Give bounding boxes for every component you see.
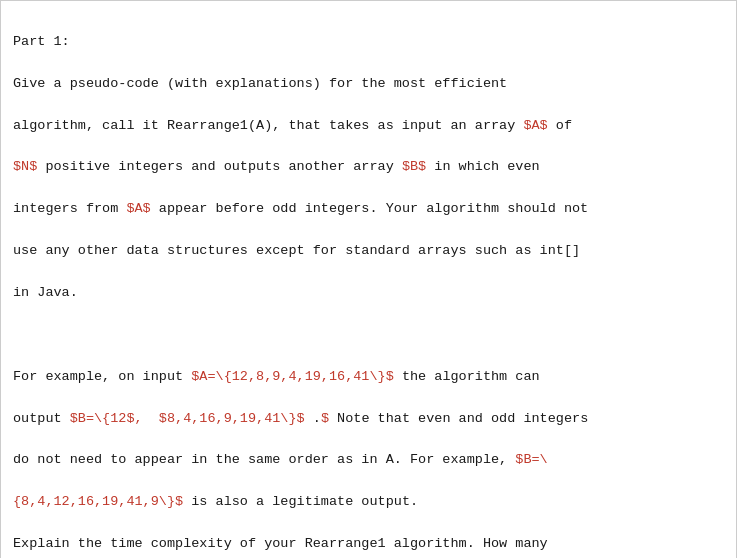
example-note2: {8,4,12,16,19,41,9\}$ is also a legitima… — [13, 494, 418, 509]
code-A2: $A$ — [126, 201, 150, 216]
part1-line3: $N$ positive integers and outputs anothe… — [13, 159, 540, 174]
part1-line2: algorithm, call it Rearrange1(A), that t… — [13, 118, 572, 133]
part1-header: Part 1: — [13, 34, 70, 49]
code-B2: $B=\ — [515, 452, 547, 467]
explain1-line1: Explain the time complexity of your Rear… — [13, 536, 548, 551]
part1-line6: in Java. — [13, 285, 78, 300]
part1-line1: Give a pseudo-code (with explanations) f… — [13, 76, 507, 91]
code-dollar: $ — [321, 411, 329, 426]
code-example-input: $A=\{12,8,9,4,19,16,41\}$ — [191, 369, 394, 384]
example-output: output $B=\{12$, $8,4,16,9,19,41\}$ .$ N… — [13, 411, 588, 426]
code-B: $B$ — [402, 159, 426, 174]
part1-line4: integers from $A$ appear before odd inte… — [13, 201, 588, 216]
editor-window: Part 1: Give a pseudo-code (with explana… — [0, 0, 737, 558]
example-note1: do not need to appear in the same order … — [13, 452, 548, 467]
example-intro: For example, on input $A=\{12,8,9,4,19,1… — [13, 369, 540, 384]
part1-line5: use any other data structures except for… — [13, 243, 580, 258]
code-A: $A$ — [523, 118, 547, 133]
code-example2: {8,4,12,16,19,41,9\}$ — [13, 494, 183, 509]
content-area[interactable]: Part 1: Give a pseudo-code (with explana… — [13, 11, 724, 558]
code-N: $N$ — [13, 159, 37, 174]
code-example-output: $B=\{12$, $8,4,16,9,19,41\}$ — [70, 411, 305, 426]
